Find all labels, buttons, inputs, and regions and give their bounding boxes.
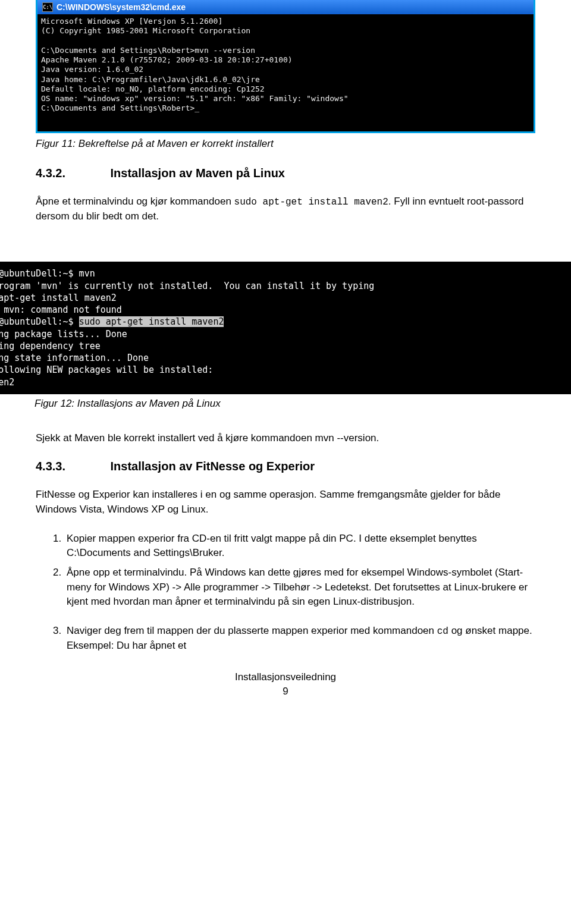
figure-11-caption: Figur 11: Bekreftelse på at Maven er kor…: [36, 138, 535, 150]
footer-page-number: 9: [36, 684, 535, 699]
linux-l5-highlight: sudo apt-get install maven2: [79, 316, 224, 327]
step-2: Åpne opp et terminalvindu. På Windows ka…: [64, 565, 535, 609]
linux-l9: The following NEW packages will be insta…: [0, 364, 213, 375]
step-1: Kopier mappen experior fra CD-en til fri…: [64, 532, 535, 561]
linux-l5a: tiger@ubuntuDell:~$: [0, 316, 79, 327]
cmd-title: C:\WINDOWS\system32\cmd.exe: [57, 2, 186, 12]
heading-433-number: 4.3.3.: [36, 460, 107, 473]
cmd-window: C:\ C:\WINDOWS\system32\cmd.exe Microsof…: [36, 0, 535, 133]
install-steps-3: Naviger deg frem til mappen der du plass…: [36, 624, 535, 653]
figure-12-caption: Figur 12: Installasjons av Maven på Linu…: [34, 398, 535, 410]
cmd-titlebar: C:\ C:\WINDOWS\system32\cmd.exe: [37, 0, 534, 14]
heading-432: 4.3.2. Installasjon av Maven på Linux: [36, 166, 535, 180]
install-steps: Kopier mappen experior fra CD-en til fri…: [36, 532, 535, 609]
linux-l4: bash: mvn: command not found: [0, 304, 122, 315]
paragraph-open-terminal: Åpne et terminalvindu og kjør kommandoen…: [36, 194, 535, 224]
page-footer: Installasjonsveiledning 9: [36, 670, 535, 699]
heading-433: 4.3.3. Installasjon av FitNesse og Exper…: [36, 460, 535, 473]
footer-title: Installasjonsveiledning: [36, 670, 535, 684]
linux-l8: Reading state information... Done: [0, 353, 149, 363]
linux-l2: The program 'mvn' is currently not insta…: [0, 281, 374, 291]
paragraph-check-maven: Sjekk at Maven ble korrekt installert ve…: [36, 431, 535, 446]
linux-l6: Reading package lists... Done: [0, 329, 127, 340]
linux-l7: Building dependency tree: [0, 341, 101, 351]
step-3a: Naviger deg frem til mappen der du plass…: [67, 625, 437, 636]
linux-l1: tiger@ubuntuDell:~$ mvn: [0, 268, 95, 279]
step-3-code: cd: [437, 626, 448, 637]
para1-a: Åpne et terminalvindu og kjør kommandoen: [36, 196, 234, 207]
step-3: Naviger deg frem til mappen der du plass…: [64, 624, 535, 653]
linux-l10: maven2: [0, 377, 14, 388]
cmd-icon: C:\: [42, 2, 53, 12]
heading-433-title: Installasjon av FitNesse og Experior: [111, 460, 315, 473]
heading-432-number: 4.3.2.: [36, 166, 107, 180]
linux-terminal: tiger@ubuntuDell:~$ mvn The program 'mvn…: [0, 262, 571, 394]
para1-code: sudo apt-get install maven2: [234, 197, 388, 208]
cmd-output: Microsoft Windows XP [Versjon 5.1.2600] …: [37, 14, 534, 131]
linux-l3: sudo apt-get install maven2: [0, 293, 117, 303]
paragraph-fitnesse-intro: FitNesse og Experior kan installeres i e…: [36, 488, 535, 517]
heading-432-title: Installasjon av Maven på Linux: [111, 166, 285, 180]
